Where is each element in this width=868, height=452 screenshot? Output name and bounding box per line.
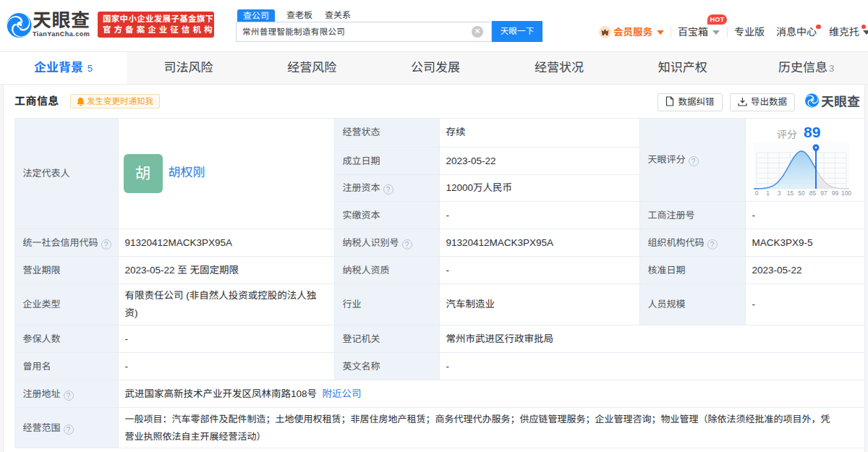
svg-text:100: 100 xyxy=(841,189,851,197)
svg-text:97: 97 xyxy=(820,189,827,197)
svg-text:50: 50 xyxy=(798,189,805,197)
svg-text:0: 0 xyxy=(755,189,759,197)
svg-text:天眼查: 天眼查 xyxy=(821,93,860,110)
svg-text:1: 1 xyxy=(766,189,770,197)
svg-text:15: 15 xyxy=(787,189,794,197)
svg-text:3: 3 xyxy=(778,189,781,197)
svg-text:85: 85 xyxy=(809,189,817,197)
svg-text:99: 99 xyxy=(832,189,839,197)
